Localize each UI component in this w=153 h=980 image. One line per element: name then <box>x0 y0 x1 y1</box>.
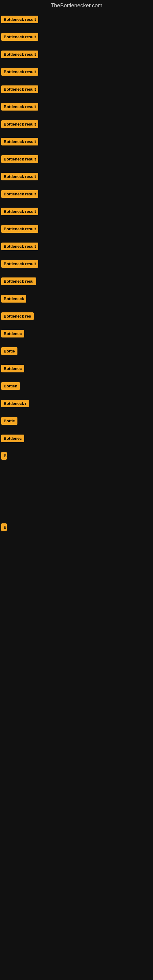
bottleneck-badge[interactable]: Bottleneck result <box>1 155 38 163</box>
list-item: Bottleneck result <box>0 204 153 221</box>
site-title: TheBottlenecker.com <box>0 0 153 10</box>
list-item: Bottleneck result <box>0 29 153 46</box>
bottleneck-badge[interactable]: Bottleneck res <box>1 312 33 320</box>
bottleneck-badge[interactable]: Bottleneck result <box>1 225 38 233</box>
items-container: Bottleneck resultBottleneck resultBottle… <box>0 10 153 605</box>
bottleneck-badge[interactable]: Bottleneck resu <box>1 277 36 285</box>
list-item <box>0 536 153 550</box>
list-item <box>0 479 153 492</box>
list-item: Bottleneck result <box>0 46 153 64</box>
bottleneck-badge[interactable]: Bottleneck result <box>1 120 38 128</box>
bottleneck-badge[interactable]: Bottleneck result <box>1 103 38 111</box>
list-item: Bottleneck result <box>0 151 153 169</box>
list-item <box>0 590 153 604</box>
bottleneck-badge[interactable]: Bottleneck result <box>1 51 38 58</box>
list-item: Bottlen <box>0 378 153 395</box>
bottleneck-badge[interactable]: Bottleneck result <box>1 260 38 268</box>
list-item: Bottleneck <box>0 291 153 308</box>
list-item: Bottleneck result <box>0 221 153 238</box>
list-item: Bottlenec <box>0 326 153 343</box>
list-item <box>0 563 153 577</box>
list-item: Bottleneck res <box>0 308 153 326</box>
list-item: Bottleneck result <box>0 238 153 256</box>
bottleneck-badge[interactable]: Bottleneck result <box>1 86 38 93</box>
list-item <box>0 465 153 479</box>
list-item <box>0 577 153 590</box>
list-item <box>0 492 153 506</box>
bottleneck-badge[interactable]: Bottleneck <box>1 295 26 302</box>
bottleneck-badge[interactable]: Bottleneck result <box>1 138 38 145</box>
bottleneck-badge[interactable]: Bottlen <box>1 382 20 390</box>
bottleneck-badge[interactable]: Bottleneck result <box>1 68 38 76</box>
bottleneck-badge[interactable]: Bottleneck result <box>1 190 38 198</box>
list-item: Bottle <box>0 343 153 360</box>
bottleneck-badge[interactable]: Bottleneck result <box>1 243 38 250</box>
bottleneck-badge[interactable]: B <box>1 523 7 531</box>
list-item: Bottleneck result <box>0 134 153 151</box>
list-item: Bottleneck result <box>0 64 153 81</box>
list-item: Bottleneck result <box>0 186 153 204</box>
bottleneck-badge[interactable]: Bottleneck result <box>1 33 38 41</box>
bottleneck-badge[interactable]: Bottleneck result <box>1 16 38 23</box>
list-item: Bottlenec <box>0 360 153 378</box>
list-item: Bottleneck result <box>0 99 153 116</box>
bottleneck-badge[interactable]: Bottlenec <box>1 365 24 372</box>
list-item: B <box>0 519 153 536</box>
list-item: B <box>0 448 153 465</box>
bottleneck-badge[interactable]: Bottle <box>1 417 18 425</box>
list-item: Bottleneck result <box>0 81 153 99</box>
list-item <box>0 550 153 563</box>
bottleneck-badge[interactable]: Bottle <box>1 347 18 355</box>
list-item: Bottleneck result <box>0 11 153 29</box>
list-item: Bottleneck result <box>0 116 153 134</box>
list-item: Bottleneck result <box>0 169 153 186</box>
list-item <box>0 506 153 519</box>
bottleneck-badge[interactable]: Bottlenec <box>1 330 24 337</box>
list-item: Bottle <box>0 413 153 430</box>
bottleneck-badge[interactable]: Bottleneck result <box>1 208 38 215</box>
bottleneck-badge[interactable]: Bottleneck r <box>1 400 29 407</box>
list-item: Bottleneck resu <box>0 273 153 291</box>
list-item: Bottleneck result <box>0 256 153 273</box>
list-item: Bottlenec <box>0 430 153 448</box>
bottleneck-badge[interactable]: Bottlenec <box>1 434 24 442</box>
bottleneck-badge[interactable]: Bottleneck result <box>1 173 38 180</box>
list-item: Bottleneck r <box>0 395 153 413</box>
bottleneck-badge[interactable]: B <box>1 452 7 460</box>
